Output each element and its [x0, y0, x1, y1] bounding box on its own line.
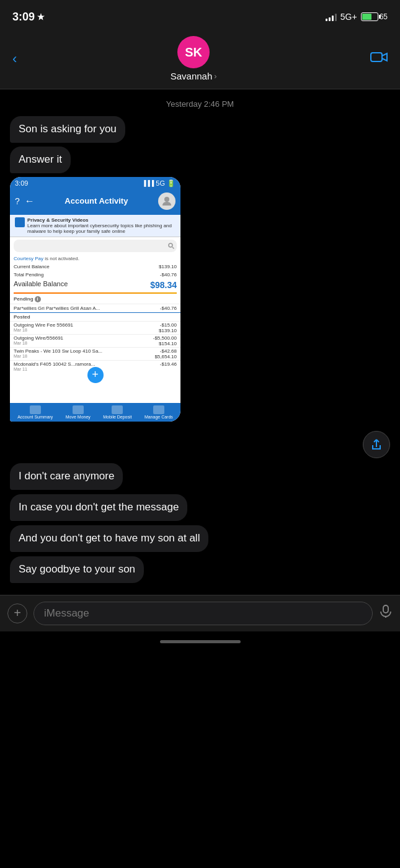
- ss-t1-right: -$15.00 $139.10: [159, 322, 177, 333]
- ss-t2-date: Mar 18: [14, 341, 63, 345]
- signal-bars: [326, 12, 337, 21]
- message-bubble-5: And you don't get to have my son at all: [10, 525, 208, 552]
- share-button[interactable]: [363, 431, 390, 458]
- ss-nav-cards-label: Manage Cards: [144, 415, 173, 419]
- ss-nav-money-label: Move Money: [66, 415, 91, 419]
- attachment-button[interactable]: +: [7, 604, 27, 623]
- message-bubble-3: I don't care anymore: [10, 463, 123, 490]
- ss-courtesy-pay: Courtesy Pay is not activated.: [10, 255, 180, 263]
- video-icon: [370, 51, 388, 63]
- ss-total-pending-row: Total Pending -$40.76: [10, 271, 180, 279]
- ss-t4-name: Mcdonald's F405 10042 S...ramora...: [14, 361, 95, 367]
- ss-status-bar: 3:09 ▐▐▐ 5G 🔋: [10, 177, 180, 190]
- screenshot-wrapper: 3:09 ▐▐▐ 5G 🔋 ? ← Account Activity: [10, 177, 180, 422]
- microphone-icon: [379, 605, 393, 618]
- ss-nav-deposit-icon: [112, 405, 123, 414]
- ss-nav-account-summary: Account Summary: [17, 405, 53, 419]
- message-row-5: And you don't get to have my son at all: [10, 525, 390, 554]
- ss-courtesy-link: Courtesy Pay: [14, 256, 43, 261]
- ss-pending-label: Pending i: [10, 295, 180, 304]
- ss-total-pending-label: Total Pending: [14, 272, 43, 278]
- contact-name-row: Savannah ›: [171, 71, 217, 81]
- ss-total-pending-value: -$40.76: [160, 272, 177, 278]
- message-row-4: In case you don't get the message: [10, 494, 390, 523]
- ss-pending-text: Pending: [14, 296, 33, 302]
- ss-t3-left: Twin Peaks - We 103 Sw Loop 410 Sa... Ma…: [14, 348, 102, 359]
- ss-search-bar: [14, 240, 177, 252]
- ss-nav-mobile-deposit: Mobile Deposit: [103, 405, 131, 419]
- ss-network: 5G: [156, 179, 165, 187]
- message-row-1: Son is asking for you: [10, 116, 390, 145]
- message-row-6: Say goodbye to your son: [10, 556, 390, 585]
- ss-pending-name: Par*willies Gri Par*willies Grill Asan A…: [14, 305, 100, 311]
- back-button[interactable]: ‹: [12, 51, 17, 67]
- ss-t2-left: Outgoing Wire/556691 Mar 18: [14, 335, 63, 346]
- ss-bottom-nav: Account Summary Move Money Mobile Deposi…: [10, 403, 180, 422]
- date-divider: Yesterday 2:46 PM: [10, 89, 390, 116]
- microphone-button[interactable]: [379, 605, 393, 622]
- ss-nav-account-label: Account Summary: [17, 415, 53, 419]
- message-bubble-4: In case you don't get the message: [10, 494, 187, 521]
- ss-t4-right: -$19.46: [160, 361, 177, 371]
- ss-nav-account-icon: [30, 405, 41, 414]
- ss-available-balance-label: Available Balance: [14, 280, 68, 290]
- ss-header-title: Account Activity: [40, 196, 153, 206]
- ss-time: 3:09: [15, 179, 28, 187]
- svg-rect-0: [371, 53, 382, 61]
- screenshot-inner: 3:09 ▐▐▐ 5G 🔋 ? ← Account Activity: [10, 177, 180, 422]
- message-row-3: I don't care anymore: [10, 463, 390, 492]
- header-center[interactable]: SK Savannah ›: [171, 36, 217, 81]
- status-right: 5G+ 65: [326, 12, 388, 22]
- ss-t1-date: Mar 18: [14, 328, 73, 332]
- screenshot-message-row: 3:09 ▐▐▐ 5G 🔋 ? ← Account Activity: [10, 177, 390, 429]
- screenshot-bubble: 3:09 ▐▐▐ 5G 🔋 ? ← Account Activity: [10, 177, 180, 422]
- ss-nav-cards-icon: [153, 405, 164, 414]
- ss-privacy-icon: [15, 217, 25, 227]
- location-icon: [37, 13, 45, 20]
- ss-divider: [14, 292, 177, 294]
- battery-container: 65: [361, 12, 388, 21]
- network-type: 5G+: [340, 12, 357, 22]
- ss-t3-right: -$42.68 $5,654.10: [154, 348, 177, 359]
- messages-area: Yesterday 2:46 PM Son is asking for you …: [0, 89, 400, 585]
- contact-name-text: Savannah: [171, 71, 213, 81]
- ss-info-icon: i: [35, 296, 41, 302]
- ss-t2-name: Outgoing Wire/556691: [14, 335, 63, 341]
- ss-battery-icon: 🔋: [167, 179, 176, 188]
- ss-help-icon: ?: [15, 196, 20, 206]
- video-call-button[interactable]: [370, 51, 388, 67]
- ss-t4-left: Mcdonald's F405 10042 S...ramora... Mar …: [14, 361, 95, 371]
- ss-nav-money-icon: [73, 405, 84, 414]
- ss-user-avatar: [158, 192, 176, 210]
- ss-posted-label: Posted: [10, 312, 180, 321]
- chat-header: ‹ SK Savannah ›: [0, 31, 400, 89]
- ss-t1-name: Outgoing Wire Fee 556691: [14, 322, 73, 328]
- ss-pending-transaction: Par*willies Gri Par*willies Grill Asan A…: [10, 304, 180, 312]
- message-input[interactable]: [33, 602, 373, 625]
- ss-t2-balance: $154.10: [153, 341, 177, 346]
- ss-t4-amount: -$19.46: [160, 361, 177, 367]
- time-display: 3:09: [12, 11, 35, 24]
- ss-signal: ▐▐▐: [142, 180, 154, 186]
- home-bar: [160, 640, 241, 643]
- ss-t3-balance: $5,654.10: [154, 354, 177, 359]
- ss-current-balance-label: Current Balance: [14, 264, 50, 269]
- ss-transaction-2: Outgoing Wire/556691 Mar 18 -$5,500.00 $…: [10, 334, 180, 347]
- svg-point-2: [169, 243, 172, 247]
- share-button-area: [10, 431, 390, 463]
- share-icon: [370, 438, 383, 451]
- ss-avatar-icon: [161, 196, 172, 207]
- chevron-right-icon: ›: [214, 71, 216, 81]
- ss-privacy-text: Privacy & Security Videos Learn more abo…: [27, 217, 176, 234]
- ss-pending-amount: -$40.76: [160, 305, 177, 311]
- ss-privacy-banner: Privacy & Security Videos Learn more abo…: [10, 215, 180, 237]
- ss-search-icon: [168, 243, 174, 249]
- input-bar: +: [0, 595, 400, 631]
- svg-rect-4: [383, 605, 388, 613]
- ss-courtesy-status: is not activated.: [45, 256, 79, 261]
- ss-t2-right: -$5,500.00 $154.10: [153, 335, 177, 346]
- ss-t3-name: Twin Peaks - We 103 Sw Loop 410 Sa...: [14, 348, 102, 354]
- message-bubble-1: Son is asking for you: [10, 116, 125, 143]
- status-bar: 3:09 5G+ 65: [0, 0, 400, 31]
- svg-point-1: [164, 197, 169, 202]
